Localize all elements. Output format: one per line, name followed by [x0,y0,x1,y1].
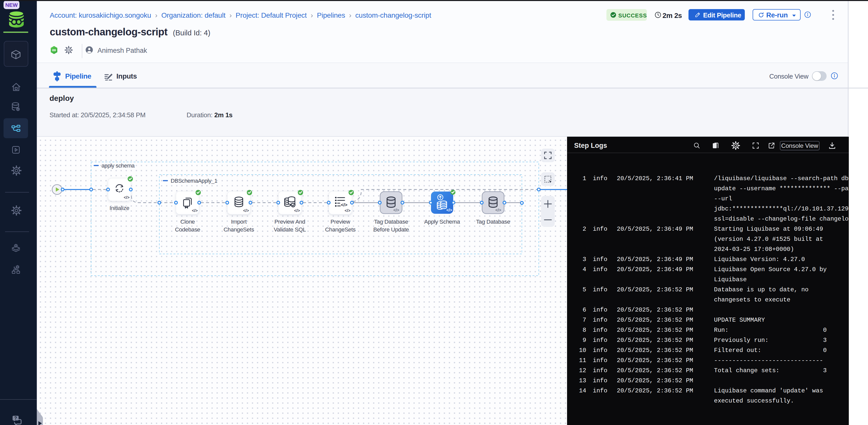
svg-text:</>: </> [345,208,350,213]
svg-text:Preview: Preview [331,219,350,225]
svg-text:Before Update: Before Update [373,226,409,233]
svg-text:Codebase: Codebase [175,226,200,233]
svg-text:Validate SQL: Validate SQL [274,226,306,233]
svg-text:</>: </> [192,208,198,213]
svg-text:Tag Database: Tag Database [476,219,510,225]
svg-text:</>: </> [495,208,501,212]
svg-text:</>: </> [393,208,399,212]
svg-text:apply schema: apply schema [101,163,135,169]
svg-text:</>: </> [243,208,249,213]
svg-text:</>: </> [294,208,300,213]
svg-text:Apply Schema: Apply Schema [424,219,460,225]
svg-text:Preview And: Preview And [274,219,305,225]
svg-text:</>: </> [124,195,129,200]
svg-text:Tag Database: Tag Database [374,219,408,225]
svg-text:∞: ∞ [52,47,56,53]
svg-text:</>: </> [446,208,452,212]
svg-text:</>: </> [341,202,347,207]
svg-text:Initialize: Initialize [110,205,129,211]
svg-text:DBSchemaApply_1: DBSchemaApply_1 [171,178,217,184]
svg-text:ChangeSets: ChangeSets [224,226,254,233]
svg-text:?: ? [14,416,17,421]
svg-text:ChangeSets: ChangeSets [325,226,356,233]
svg-text:Clone: Clone [180,219,195,225]
svg-text:Import: Import [231,219,247,225]
